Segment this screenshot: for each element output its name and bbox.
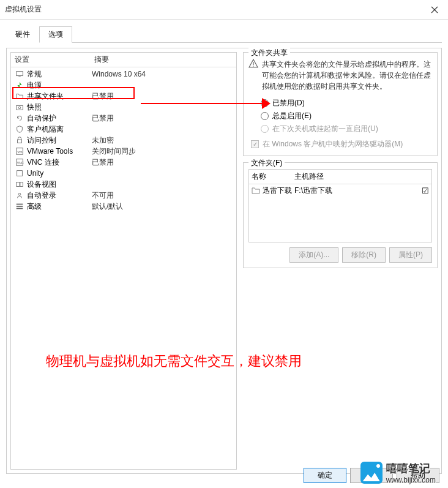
watermark-name: 嘻嘻笔记 bbox=[386, 461, 436, 476]
list-item[interactable]: vmVMware Tools关闭时间同步 bbox=[11, 146, 236, 157]
monitor-icon bbox=[15, 69, 24, 79]
list-item[interactable]: 自动登录不可用 bbox=[11, 190, 236, 201]
annotation-arrow-head bbox=[262, 98, 271, 109]
folder-name: 迅雷下载 bbox=[263, 186, 294, 196]
svg-rect-9 bbox=[17, 171, 23, 176]
close-icon bbox=[431, 6, 438, 13]
svg-text:VNC: VNC bbox=[17, 161, 24, 165]
remove-button: 移除(R) bbox=[342, 247, 386, 263]
watermark-url: www.bijixx.com bbox=[386, 476, 436, 484]
item-label: 自动登录 bbox=[27, 190, 92, 201]
list-item[interactable]: 高级默认/默认 bbox=[11, 201, 236, 212]
item-summary: 已禁用 bbox=[92, 113, 114, 124]
annotation-text: 物理机与虚拟机如无需文件交互，建议禁用 bbox=[46, 352, 302, 370]
vmware-icon: vm bbox=[15, 146, 24, 156]
radio-until: 在下次关机或挂起前一直启用(U) bbox=[261, 124, 432, 134]
close-button[interactable] bbox=[421, 0, 448, 20]
item-label: 常规 bbox=[27, 69, 92, 80]
svg-rect-2 bbox=[17, 105, 23, 110]
item-summary: 关闭时间同步 bbox=[92, 146, 136, 157]
svg-point-17 bbox=[253, 66, 254, 67]
check-map-label: 在 Windows 客户机中映射为网络驱动器(M) bbox=[263, 139, 403, 149]
item-summary: Windows 10 x64 bbox=[92, 70, 146, 78]
radio-always-label: 总是启用(E) bbox=[272, 111, 312, 121]
radio-always[interactable]: 总是启用(E) bbox=[261, 111, 432, 121]
col-name: 名称 bbox=[252, 171, 294, 182]
list-header: 设置 摘要 bbox=[11, 53, 236, 67]
item-summary: 默认/默认 bbox=[92, 201, 123, 212]
folder-path: F:\迅雷下载 bbox=[294, 186, 417, 196]
refresh-icon bbox=[15, 113, 24, 123]
svg-rect-4 bbox=[18, 140, 22, 143]
svg-rect-10 bbox=[17, 182, 20, 187]
item-summary: 未加密 bbox=[92, 135, 114, 146]
table-row[interactable]: 迅雷下载 F:\迅雷下载 ☑ bbox=[249, 184, 431, 197]
folder-icon bbox=[252, 186, 261, 196]
radio-disabled[interactable]: 已禁用(D) bbox=[261, 98, 432, 108]
vnc-icon: VNC bbox=[15, 157, 24, 167]
device-icon bbox=[15, 179, 24, 189]
radio-disabled-label: 已禁用(D) bbox=[272, 98, 305, 108]
legend-sharing: 文件夹共享 bbox=[248, 48, 290, 58]
col-path: 主机路径 bbox=[294, 171, 429, 182]
list-item[interactable]: 客户机隔离 bbox=[11, 124, 236, 135]
lock-icon bbox=[15, 135, 24, 145]
item-label: VMware Tools bbox=[27, 147, 92, 156]
ok-button[interactable]: 确定 bbox=[304, 468, 346, 483]
titlebar: 虚拟机设置 bbox=[0, 0, 448, 20]
list-item[interactable]: 访问控制未加密 bbox=[11, 135, 236, 146]
folder-check: ☑ bbox=[417, 186, 429, 195]
svg-rect-0 bbox=[17, 72, 23, 76]
right-panel: 文件夹共享 共享文件夹会将您的文件显示给虚拟机中的程序。这可能会您的计算机和数据… bbox=[243, 52, 438, 470]
item-label: 访问控制 bbox=[27, 135, 92, 146]
warning-text: 共享文件夹会将您的文件显示给虚拟机中的程序。这可能会您的计算机和数据带来风险。请… bbox=[262, 59, 432, 92]
radio-icon bbox=[261, 112, 269, 120]
warning-icon bbox=[248, 59, 258, 92]
item-label: 客户机隔离 bbox=[27, 124, 92, 135]
item-label: VNC 连接 bbox=[27, 157, 92, 168]
item-label: 高级 bbox=[27, 201, 92, 212]
login-icon bbox=[15, 190, 24, 200]
advanced-icon bbox=[15, 201, 24, 211]
highlight-shared-folders bbox=[12, 87, 135, 99]
window-title: 虚拟机设置 bbox=[5, 4, 421, 15]
svg-rect-13 bbox=[17, 204, 23, 205]
svg-point-3 bbox=[18, 107, 21, 109]
item-label: Unity bbox=[27, 169, 92, 178]
annotation-arrow bbox=[141, 103, 267, 104]
list-item[interactable]: 常规Windows 10 x64 bbox=[11, 69, 236, 80]
list-item[interactable]: VNCVNC 连接已禁用 bbox=[11, 157, 236, 168]
item-label: 设备视图 bbox=[27, 179, 92, 190]
folders-table: 名称 主机路径 迅雷下载 F:\迅雷下载 ☑ bbox=[248, 169, 432, 242]
unity-icon bbox=[15, 168, 24, 178]
props-button: 属性(P) bbox=[389, 247, 432, 263]
settings-list: 设置 摘要 常规Windows 10 x64电源共享文件夹已禁用快照自动保护已禁… bbox=[10, 52, 237, 470]
svg-rect-14 bbox=[17, 206, 23, 207]
fieldset-sharing: 文件夹共享 共享文件夹会将您的文件显示给虚拟机中的程序。这可能会您的计算机和数据… bbox=[243, 52, 438, 156]
check-map-drive: 在 Windows 客户机中映射为网络驱动器(M) bbox=[251, 139, 432, 149]
radio-icon bbox=[261, 125, 269, 133]
tab-options[interactable]: 选项 bbox=[39, 26, 72, 43]
item-summary: 已禁用 bbox=[92, 157, 114, 168]
tab-hardware[interactable]: 硬件 bbox=[6, 26, 39, 43]
checkbox-icon bbox=[251, 140, 259, 148]
add-button: 添加(A)... bbox=[289, 247, 338, 263]
list-item[interactable]: Unity bbox=[11, 168, 236, 179]
fieldset-folders: 文件夹(F) 名称 主机路径 迅雷下载 F:\迅雷下载 ☑ bbox=[243, 162, 438, 268]
radio-until-label: 在下次关机或挂起前一直启用(U) bbox=[272, 124, 378, 134]
item-summary: 不可用 bbox=[92, 190, 114, 201]
list-item[interactable]: 设备视图 bbox=[11, 179, 236, 190]
svg-point-12 bbox=[18, 193, 21, 196]
svg-text:vm: vm bbox=[18, 149, 23, 154]
legend-folders: 文件夹(F) bbox=[248, 158, 285, 168]
header-setting: 设置 bbox=[15, 54, 94, 65]
camera-icon bbox=[15, 102, 24, 112]
tabs: 硬件 选项 bbox=[6, 26, 442, 43]
item-label: 自动保护 bbox=[27, 113, 92, 124]
shield-icon bbox=[15, 124, 24, 134]
svg-rect-11 bbox=[20, 182, 23, 187]
list-item[interactable]: 自动保护已禁用 bbox=[11, 113, 236, 124]
header-summary: 摘要 bbox=[94, 54, 109, 65]
svg-rect-15 bbox=[17, 208, 23, 209]
item-label: 快照 bbox=[27, 102, 92, 113]
